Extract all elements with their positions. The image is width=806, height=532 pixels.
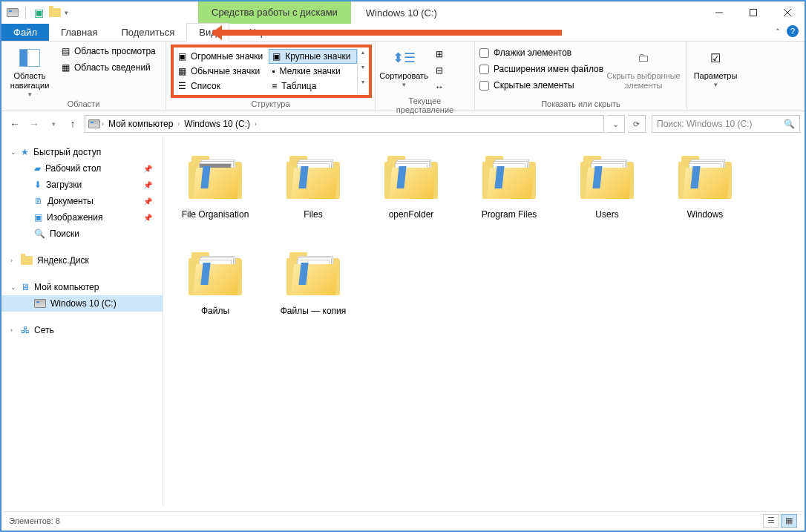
ribbon-group-current-view: ⬍☰ Сортировать ▾ ⊞ ⊟ ↔ Текущее представл… [376,42,475,111]
file-extensions-toggle[interactable]: Расширения имен файлов [479,61,603,77]
layout-group-label: Структура [171,98,370,111]
sidebar-drive-c[interactable]: Windows 10 (C:) [1,295,163,312]
chevron-down-icon: ▾ [28,91,32,98]
status-item-count: Элементов: 8 [9,516,60,525]
folder-item[interactable]: Windows [656,145,754,242]
drive-icon [34,299,46,308]
divider [25,7,26,19]
ribbon-group-show-hide: Флажки элементов Расширения имен файлов … [475,42,687,111]
folder-icon [21,256,33,265]
layout-gallery-annotation: ▣Огромные значки ▦Обычные значки ☰Список… [171,45,372,98]
tab-share[interactable]: Поделиться [109,24,186,41]
drive-icon [6,6,19,19]
folder-name: Файлы [201,306,229,316]
layout-details[interactable]: ≡Таблица [269,79,357,93]
options-label: Параметры [694,71,738,81]
large-icons-view-toggle[interactable]: ▦ [781,514,797,528]
folder-item[interactable]: Users [558,145,656,242]
folder-item[interactable]: Files [264,145,362,242]
folder-item[interactable]: openFolder [362,145,460,242]
search-icon[interactable]: 🔍 [784,119,795,129]
tab-file[interactable]: Файл [1,24,49,41]
ribbon-tabs: Файл Главная Поделиться Вид Управление ⌃… [1,24,805,42]
main-area: ⌄★Быстрый доступ ▰Рабочий стол📌 ⬇Загрузк… [1,137,805,506]
panes-group-label: Области [6,98,161,111]
folder-item[interactable]: Файлы — копия [264,242,362,338]
hidden-items-toggle[interactable]: Скрытые элементы [479,77,603,93]
sidebar-yandex-disk[interactable]: ›Яндекс.Диск [1,252,163,269]
forward-button: → [25,115,43,133]
sidebar: ⌄★Быстрый доступ ▰Рабочий стол📌 ⬇Загрузк… [1,137,163,506]
layout-large[interactable]: ▣Крупные значки [269,49,357,64]
address-bar[interactable]: › Мой компьютер › Windows 10 (C:) › [85,115,604,133]
folder-item[interactable]: Program Files [460,145,558,242]
pin-icon: 📌 [143,165,152,173]
pin-icon: 📌 [143,181,152,189]
folder-icon [186,148,245,206]
chevron-right-icon[interactable]: › [255,120,257,128]
ribbon-collapse-caret[interactable]: ⌃ [775,27,781,35]
refresh-button[interactable]: ⟳ [628,115,646,133]
sidebar-pictures[interactable]: ▣Изображения📌 [1,209,163,226]
layout-extra-large[interactable]: ▣Огромные значки [175,49,269,64]
close-button[interactable] [770,1,805,24]
folder-name: Files [304,209,322,220]
new-folder-icon[interactable] [48,6,62,19]
folder-icon [284,148,343,206]
drive-icon [88,119,100,128]
folder-icon [675,148,735,206]
ribbon-group-panes: Область навигации ▾ ▤Область просмотра ▦… [1,42,166,111]
folder-icon [479,148,539,206]
breadcrumb-current[interactable]: Windows 10 (C:) [181,119,253,129]
hide-selected-button: 🗀 Скрыть выбранные элементы [606,43,681,91]
sidebar-desktop[interactable]: ▰Рабочий стол📌 [1,160,163,177]
title-bar: ▣ ▾ Средства работы с дисками Windows 10… [1,1,805,24]
address-dropdown[interactable]: ⌄ [607,115,625,133]
layout-small[interactable]: ▪Мелкие значки [269,64,357,79]
sidebar-quick-access[interactable]: ⌄★Быстрый доступ [1,144,163,160]
ribbon-group-layout: ▣Огромные значки ▦Обычные значки ☰Список… [166,42,376,111]
hide-selected-label: Скрыть выбранные элементы [606,71,681,91]
details-pane-button[interactable]: ▦Область сведений [56,59,159,76]
sidebar-searches[interactable]: 🔍Поиски [1,226,163,242]
group-by-button[interactable]: ⊞ [430,46,448,62]
content-area[interactable]: File Organisation Files openFolder [163,137,805,506]
item-checkboxes-toggle[interactable]: Флажки элементов [479,45,603,61]
navigation-pane-label: Область навигации [6,71,53,91]
chevron-right-icon[interactable]: › [102,120,104,128]
layout-spinner[interactable]: ▴▾▾ [357,49,367,93]
size-columns-button[interactable]: ↔ [430,79,448,95]
folder-icon [577,148,637,206]
folder-icon [284,245,343,303]
maximize-button[interactable] [736,1,770,24]
help-icon[interactable]: ? [787,25,799,37]
breadcrumb-root[interactable]: Мой компьютер [105,119,176,129]
up-button[interactable]: ↑ [64,115,82,133]
chevron-right-icon[interactable]: › [177,120,180,128]
navigation-pane-button[interactable]: Область навигации ▾ [6,43,53,98]
sidebar-downloads[interactable]: ⬇Загрузки📌 [1,177,163,193]
add-columns-button[interactable]: ⊟ [430,62,448,79]
sidebar-network[interactable]: ›🖧Сеть [1,322,163,338]
layout-medium[interactable]: ▦Обычные значки [175,64,269,79]
details-view-toggle[interactable]: ☰ [763,514,779,528]
minimize-button[interactable] [702,1,736,24]
sort-button[interactable]: ⬍☰ Сортировать ▾ [380,43,427,88]
options-group-label [692,98,739,111]
layout-list[interactable]: ☰Список [175,79,269,93]
properties-icon[interactable]: ▣ [32,6,45,19]
sidebar-documents[interactable]: 🗎Документы📌 [1,193,163,209]
folder-item[interactable]: File Organisation [166,145,264,242]
folder-name: File Organisation [182,209,249,220]
preview-pane-button[interactable]: ▤Область просмотра [56,43,159,59]
back-button[interactable]: ← [6,115,24,133]
preview-pane-label: Область просмотра [74,46,156,56]
current-view-group-label: Текущее представление [380,95,470,116]
recent-locations-caret[interactable]: ▾ [45,115,62,133]
search-input[interactable]: Поиск: Windows 10 (C:) 🔍 [652,115,800,133]
options-button[interactable]: ☑ Параметры ▾ [692,43,739,88]
sidebar-this-pc[interactable]: ⌄🖥Мой компьютер [1,279,163,295]
tab-home[interactable]: Главная [49,24,109,41]
folder-item[interactable]: Файлы [166,242,264,338]
qat-customize-caret[interactable]: ▾ [65,9,68,16]
